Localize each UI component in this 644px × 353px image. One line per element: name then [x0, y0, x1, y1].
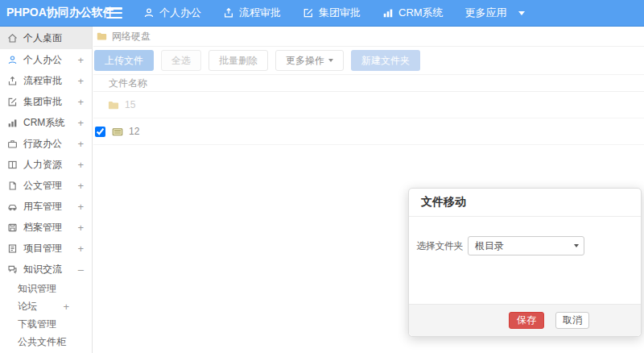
sidebar-item-label: 下载管理 [18, 318, 69, 331]
brand-title: PHPOA协同办公软件 [0, 6, 106, 20]
nav-workflow-approval[interactable]: 流程审批 [223, 6, 281, 20]
sidebar-item-label: 个人桌面 [23, 31, 62, 45]
upload-icon [223, 7, 234, 19]
briefcase-icon [7, 139, 18, 149]
user-icon [7, 55, 18, 65]
sidebar-item-label: 公文管理 [23, 179, 72, 193]
nav-personal-office[interactable]: 个人办公 [143, 6, 201, 20]
nav-label: 个人办公 [159, 6, 201, 20]
sidebar-item-label: 公共文件柜 [18, 335, 69, 349]
expand-plus-icon[interactable]: + [77, 243, 84, 255]
expand-plus-icon[interactable]: + [77, 117, 84, 129]
bar-chart-icon [7, 118, 18, 128]
app-root: PHPOA协同办公软件 个人办公 流程审批 集团审批 [0, 0, 644, 353]
breadcrumb: 网络硬盘 [93, 27, 644, 47]
nav-label: CRM系统 [398, 6, 444, 20]
sidebar-item-label: 档案管理 [23, 221, 72, 235]
file-table: 文件名称 15 12 [93, 74, 644, 145]
dialog-footer: 保存 取消 [409, 304, 641, 336]
expand-plus-icon[interactable]: + [77, 201, 84, 213]
cancel-button[interactable]: 取消 [555, 312, 589, 329]
expand-plus-icon[interactable]: + [77, 138, 84, 150]
row-checkbox[interactable] [95, 127, 105, 137]
file-icon [7, 181, 18, 191]
sidebar-item-document-management[interactable]: 公文管理 + [0, 175, 92, 196]
car-icon [7, 201, 18, 212]
upload-file-button[interactable]: 上传文件 [94, 50, 154, 71]
nav-label: 集团审批 [319, 6, 361, 20]
sidebar-item-forum[interactable]: 论坛 + [18, 297, 92, 315]
sidebar-item-label: 集团审批 [23, 95, 72, 109]
folder-select-row: 选择文件夹 根目录 [409, 236, 641, 255]
expand-plus-icon[interactable]: + [77, 75, 84, 87]
file-name: 12 [129, 126, 139, 137]
more-operations-button[interactable]: 更多操作 [275, 50, 344, 71]
save-button[interactable]: 保存 [509, 312, 544, 329]
user-icon [143, 7, 155, 19]
sidebar-item-label: 知识交流 [23, 263, 72, 276]
nav-label: 流程审批 [239, 6, 281, 20]
collapse-minus-icon[interactable]: – [78, 264, 84, 276]
nav-more-apps[interactable]: 更多应用 [465, 6, 525, 20]
expand-plus-icon[interactable]: + [77, 222, 84, 234]
table-row[interactable]: 15 [93, 92, 644, 118]
folder-icon [107, 99, 120, 111]
edit-icon [7, 97, 18, 107]
sidebar-item-label: 知识管理 [18, 282, 69, 296]
caret-down-icon [328, 59, 333, 62]
sidebar-item-crm-system[interactable]: CRM系统 + [0, 112, 92, 133]
sidebar-item-label: 个人办公 [23, 53, 72, 67]
hamburger-menu-icon[interactable] [106, 7, 122, 19]
sidebar-item-vehicle-management[interactable]: 用车管理 + [0, 196, 92, 217]
folder-select[interactable]: 根目录 [468, 236, 584, 255]
nav-crm-system[interactable]: CRM系统 [382, 6, 444, 20]
expand-plus-icon[interactable]: + [63, 301, 69, 313]
sidebar-item-workflow-approval[interactable]: 流程审批 + [0, 70, 92, 91]
sidebar-item-public-file-cabinet[interactable]: 公共文件柜 [18, 333, 92, 351]
folder-select-label: 选择文件夹 [409, 239, 468, 253]
batch-delete-button[interactable]: 批量删除 [208, 50, 268, 71]
dialog-header: 文件移动 [409, 189, 641, 217]
sidebar-item-group-approval[interactable]: 集团审批 + [0, 91, 92, 112]
expand-plus-icon[interactable]: + [77, 180, 84, 192]
topbar: PHPOA协同办公软件 个人办公 流程审批 集团审批 [0, 0, 644, 27]
bar-chart-icon [382, 7, 394, 19]
nav-label: 更多应用 [465, 6, 507, 20]
expand-plus-icon[interactable]: + [77, 159, 84, 171]
archive-icon [7, 222, 18, 233]
sidebar-item-download-management[interactable]: 下载管理 [18, 315, 92, 333]
sidebar-item-project-management[interactable]: 项目管理 + [0, 238, 92, 259]
edit-icon [303, 7, 314, 19]
upload-icon [7, 76, 18, 86]
file-table-header: 文件名称 [93, 74, 644, 92]
nav-group-approval[interactable]: 集团审批 [303, 6, 361, 20]
table-row[interactable]: 12 [93, 118, 644, 145]
new-folder-button[interactable]: 新建文件夹 [351, 50, 420, 71]
dialog-title: 文件移动 [421, 195, 466, 210]
sidebar-item-label: 用车管理 [23, 200, 72, 214]
dialog-body: 选择文件夹 根目录 [409, 217, 641, 305]
disk-icon [111, 126, 124, 138]
sidebar-item-admin-office[interactable]: 行政办公 + [0, 133, 92, 154]
book-icon [7, 160, 18, 170]
sidebar-item-knowledge-management[interactable]: 知识管理 [18, 280, 92, 297]
sidebar-item-human-resources[interactable]: 人力资源 + [0, 154, 92, 175]
sidebar-item-label: 论坛 [18, 300, 63, 314]
breadcrumb-label: 网络硬盘 [112, 30, 151, 44]
sidebar-item-label: CRM系统 [23, 116, 72, 130]
sidebar-item-personal-desktop[interactable]: 个人桌面 [0, 27, 92, 49]
sidebar-item-archive-management[interactable]: 档案管理 + [0, 217, 92, 238]
expand-plus-icon[interactable]: + [77, 96, 84, 108]
file-move-dialog: 文件移动 选择文件夹 根目录 保存 取消 [408, 188, 642, 337]
sidebar-item-label: 人力资源 [23, 158, 72, 172]
column-header-file-name: 文件名称 [109, 77, 147, 90]
caret-down-icon [518, 11, 525, 15]
select-all-button[interactable]: 全选 [161, 50, 201, 71]
toolbar: 上传文件 全选 批量删除 更多操作 新建文件夹 [94, 50, 420, 71]
sidebar-item-personal-office[interactable]: 个人办公 + [0, 49, 92, 70]
sidebar-submenu-knowledge: 知识管理 论坛 + 下载管理 公共文件柜 [0, 280, 92, 351]
sidebar-item-label: 行政办公 [23, 137, 72, 151]
folder-select-wrap: 根目录 [468, 236, 584, 255]
sidebar-item-knowledge-exchange[interactable]: 知识交流 – [0, 259, 92, 280]
expand-plus-icon[interactable]: + [77, 54, 84, 66]
